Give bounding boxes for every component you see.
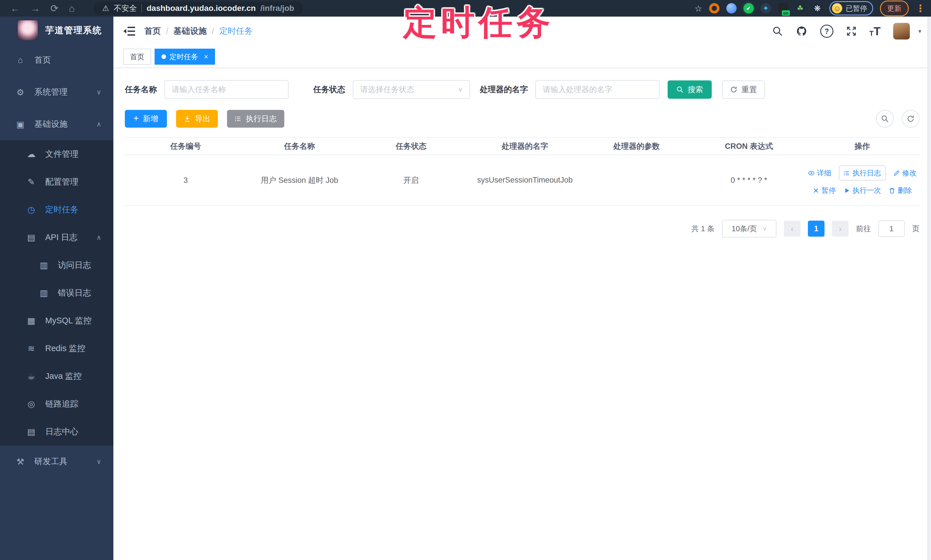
on-badge: on bbox=[782, 10, 790, 16]
search-button-label: 搜索 bbox=[687, 85, 703, 95]
extension-icon-flower[interactable]: ❋ bbox=[812, 3, 823, 14]
bookmark-star-icon[interactable]: ☆ bbox=[695, 3, 702, 14]
sidebar-item-home[interactable]: ⌂ 首页 bbox=[0, 44, 113, 76]
run-once-link[interactable]: 执行一次 bbox=[843, 186, 881, 195]
pagination: 共 1 条 10条/页 ∨ ‹ 1 › 前往 页 bbox=[125, 220, 920, 237]
address-bar[interactable]: ⚠ 不安全 dashboard.yudao.iocoder.cn/infra/j… bbox=[94, 2, 303, 15]
paused-label: 已暂停 bbox=[846, 4, 867, 13]
tab-scheduled-jobs[interactable]: 定时任务 × bbox=[154, 49, 215, 65]
search-button[interactable]: 搜索 bbox=[667, 80, 712, 99]
sidebar-item-java-monitor[interactable]: ☕ Java 监控 bbox=[0, 362, 113, 390]
prev-page-button[interactable]: ‹ bbox=[784, 221, 800, 237]
sidebar-item-log-center[interactable]: ▤ 日志中心 bbox=[0, 418, 113, 446]
delete-link[interactable]: 删除 bbox=[889, 186, 912, 195]
detail-link[interactable]: 详细 bbox=[808, 168, 831, 178]
extension-icon-blue-spark[interactable]: ✦ bbox=[761, 3, 771, 14]
sidebar-item-label: 链路追踪 bbox=[45, 398, 79, 410]
browser-menu-icon[interactable]: ⋮ bbox=[916, 3, 925, 14]
add-button[interactable]: + 新增 bbox=[125, 110, 167, 128]
pause-link[interactable]: 暂停 bbox=[812, 186, 836, 195]
tab-home[interactable]: 首页 bbox=[123, 49, 151, 65]
breadcrumb-item-current: 定时任务 bbox=[219, 25, 253, 37]
page-size-value: 10条/页 bbox=[732, 224, 757, 234]
cloud-icon: ☁ bbox=[25, 149, 37, 159]
toggle-search-button[interactable] bbox=[876, 110, 894, 128]
not-secure-warning-icon: ⚠ bbox=[102, 4, 109, 13]
chevron-down-icon: ∨ bbox=[763, 225, 767, 232]
browser-forward-icon[interactable]: → bbox=[30, 3, 40, 14]
overlay-annotation-title: 定时任务 bbox=[403, 0, 554, 46]
goto-page-input[interactable] bbox=[878, 220, 905, 237]
breadcrumb-separator: / bbox=[166, 27, 168, 36]
browser-back-icon[interactable]: ← bbox=[10, 3, 20, 14]
infrastructure-icon: ▣ bbox=[14, 119, 26, 129]
search-icon[interactable] bbox=[772, 26, 783, 37]
browser-update-button[interactable]: 更新 bbox=[880, 1, 909, 16]
filter-group-status: 任务状态 请选择任务状态 ∨ bbox=[313, 80, 470, 99]
paused-extension-badge[interactable]: ☺ 已暂停 bbox=[829, 1, 873, 15]
app-logo-row[interactable]: 芋道管理系统 bbox=[0, 17, 113, 44]
navbar-actions: ? TT ▾ bbox=[772, 23, 921, 40]
sidebar-item-scheduled-jobs[interactable]: ◷ 定时任务 bbox=[0, 196, 113, 223]
close-icon[interactable]: × bbox=[204, 52, 208, 61]
edit-link[interactable]: 修改 bbox=[893, 168, 917, 178]
sidebar-item-api-logs[interactable]: ▤ API 日志 ∧ bbox=[0, 223, 113, 251]
reset-button[interactable]: 重置 bbox=[722, 80, 765, 99]
sidebar-collapse-icon[interactable] bbox=[123, 26, 136, 36]
url-path: /infra/job bbox=[260, 4, 294, 13]
extension-icon-orange[interactable] bbox=[709, 3, 720, 14]
sidebar-item-dev-tools[interactable]: ⚒ 研发工具 ∨ bbox=[0, 446, 113, 478]
font-size-icon[interactable]: TT bbox=[869, 25, 881, 37]
help-icon[interactable]: ? bbox=[820, 25, 833, 38]
fullscreen-icon[interactable] bbox=[846, 26, 857, 37]
screen: ← → ⟳ ⌂ ⚠ 不安全 dashboard.yudao.iocoder.cn… bbox=[0, 0, 931, 560]
breadcrumb-item[interactable]: 基础设施 bbox=[174, 25, 207, 37]
sidebar-item-access-logs[interactable]: ▥ 访问日志 bbox=[0, 251, 113, 279]
job-name-input[interactable] bbox=[164, 80, 288, 99]
page-size-select[interactable]: 10条/页 ∨ bbox=[722, 220, 777, 237]
extension-icon-dark-reader[interactable]: on bbox=[778, 3, 788, 14]
next-page-button[interactable]: › bbox=[832, 221, 849, 237]
jobs-table: 任务编号 任务名称 任务状态 处理器的名字 处理器的参数 CRON 表达式 操作… bbox=[125, 137, 920, 206]
sidebar-item-system-mgmt[interactable]: ⚙ 系统管理 ∨ bbox=[0, 76, 113, 108]
sidebar-item-label: Java 监控 bbox=[45, 371, 82, 382]
sidebar-item-tracing[interactable]: ◎ 链路追踪 bbox=[0, 390, 113, 418]
sidebar-item-infrastructure[interactable]: ▣ 基础设施 ∧ bbox=[0, 108, 113, 140]
row-exec-log-link[interactable]: 执行日志 bbox=[839, 165, 886, 180]
breadcrumb: 首页 / 基础设施 / 定时任务 bbox=[144, 25, 253, 37]
not-secure-label[interactable]: 不安全 bbox=[114, 3, 137, 14]
main-area: 首页 / 基础设施 / 定时任务 ? TT ▾ 首页 定时任 bbox=[113, 17, 931, 560]
handler-name-label: 处理器的名字 bbox=[480, 84, 528, 95]
table-header-row: 任务编号 任务名称 任务状态 处理器的名字 处理器的参数 CRON 表达式 操作 bbox=[125, 137, 920, 155]
filter-group-name: 任务名称 bbox=[125, 80, 288, 99]
sidebar-menu: ⌂ 首页 ⚙ 系统管理 ∨ ▣ 基础设施 ∧ ☁ 文件管理 ✎ 配置管 bbox=[0, 44, 113, 478]
extension-icon-leaf[interactable]: ☘ bbox=[795, 3, 805, 14]
refresh-button[interactable] bbox=[902, 110, 920, 128]
handler-name-input[interactable] bbox=[535, 80, 660, 99]
exec-log-button[interactable]: 执行日志 bbox=[227, 110, 284, 128]
delete-link-label: 删除 bbox=[898, 186, 912, 195]
github-icon[interactable] bbox=[795, 25, 808, 37]
goto-label: 前往 bbox=[856, 224, 871, 234]
sidebar-item-mysql-monitor[interactable]: ▦ MySQL 监控 bbox=[0, 307, 113, 334]
export-button[interactable]: 导出 bbox=[176, 110, 218, 128]
sidebar-item-config-mgmt[interactable]: ✎ 配置管理 bbox=[0, 168, 113, 196]
sidebar-item-redis-monitor[interactable]: ≋ Redis 监控 bbox=[0, 334, 113, 362]
job-status-select[interactable]: 请选择任务状态 ∨ bbox=[353, 80, 470, 99]
avatar-caret-icon[interactable]: ▾ bbox=[919, 28, 921, 35]
user-avatar[interactable] bbox=[893, 23, 910, 40]
chevron-up-icon: ∧ bbox=[96, 234, 101, 242]
sidebar-item-label: 系统管理 bbox=[34, 86, 68, 98]
sidebar-item-error-logs[interactable]: ▥ 错误日志 bbox=[0, 279, 113, 307]
browser-home-icon[interactable]: ⌂ bbox=[69, 3, 75, 14]
current-page-button[interactable]: 1 bbox=[808, 221, 825, 237]
chevron-down-icon: ∨ bbox=[96, 88, 101, 96]
extension-icon-drop[interactable] bbox=[726, 3, 737, 14]
sidebar-item-file-mgmt[interactable]: ☁ 文件管理 bbox=[0, 140, 113, 168]
breadcrumb-item[interactable]: 首页 bbox=[144, 25, 161, 37]
page-scrollbar[interactable] bbox=[928, 17, 931, 560]
active-tab-dot bbox=[162, 54, 166, 59]
browser-reload-icon[interactable]: ⟳ bbox=[50, 3, 59, 14]
add-button-label: 新增 bbox=[143, 114, 158, 124]
extension-icon-green-check[interactable]: ✔ bbox=[743, 3, 754, 14]
